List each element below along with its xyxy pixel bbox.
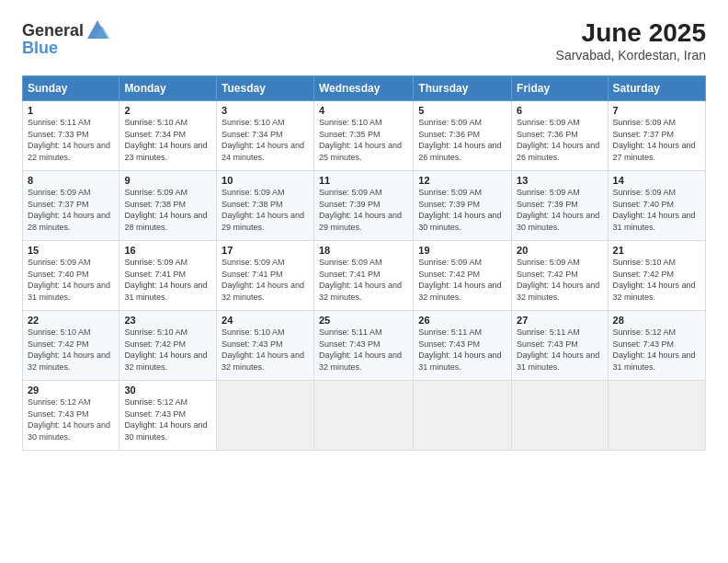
day-number: 10 [222, 175, 309, 186]
day-info: Sunrise: 5:09 AMSunset: 7:38 PMDaylight:… [124, 188, 207, 232]
day-number: 4 [319, 105, 408, 116]
day-number: 1 [28, 105, 114, 116]
day-number: 30 [124, 385, 211, 396]
day-info: Sunrise: 5:09 AMSunset: 7:38 PMDaylight:… [222, 188, 304, 232]
day-info: Sunrise: 5:11 AMSunset: 7:43 PMDaylight:… [517, 327, 599, 372]
day-info: Sunrise: 5:10 AMSunset: 7:42 PMDaylight:… [28, 327, 110, 372]
calendar-cell: 26 Sunrise: 5:11 AMSunset: 7:43 PMDaylig… [414, 311, 512, 381]
day-info: Sunrise: 5:09 AMSunset: 7:40 PMDaylight:… [613, 188, 696, 232]
calendar-cell: 13 Sunrise: 5:09 AMSunset: 7:39 PMDaylig… [512, 171, 608, 241]
calendar-cell: 24 Sunrise: 5:10 AMSunset: 7:43 PMDaylig… [217, 311, 314, 381]
day-number: 17 [222, 245, 309, 256]
day-info: Sunrise: 5:09 AMSunset: 7:40 PMDaylight:… [28, 258, 110, 302]
day-info: Sunrise: 5:09 AMSunset: 7:39 PMDaylight:… [418, 188, 501, 232]
calendar-cell: 4 Sunrise: 5:10 AMSunset: 7:35 PMDayligh… [313, 101, 413, 171]
day-number: 8 [28, 175, 114, 186]
logo-icon [85, 18, 109, 42]
day-number: 13 [517, 175, 602, 186]
calendar-week-2: 8 Sunrise: 5:09 AMSunset: 7:37 PMDayligh… [23, 171, 706, 241]
calendar-cell: 10 Sunrise: 5:09 AMSunset: 7:38 PMDaylig… [217, 171, 314, 241]
calendar-cell: 22 Sunrise: 5:10 AMSunset: 7:42 PMDaylig… [23, 311, 119, 381]
calendar-cell: 16 Sunrise: 5:09 AMSunset: 7:41 PMDaylig… [119, 241, 217, 311]
day-info: Sunrise: 5:11 AMSunset: 7:43 PMDaylight:… [319, 327, 402, 372]
calendar-cell: 18 Sunrise: 5:09 AMSunset: 7:41 PMDaylig… [313, 241, 413, 311]
calendar-week-5: 29 Sunrise: 5:12 AMSunset: 7:43 PMDaylig… [23, 381, 706, 451]
day-header-saturday: Saturday [608, 76, 705, 101]
calendar-cell: 3 Sunrise: 5:10 AMSunset: 7:34 PMDayligh… [217, 101, 314, 171]
day-info: Sunrise: 5:12 AMSunset: 7:43 PMDaylight:… [124, 397, 207, 442]
day-number: 11 [319, 175, 408, 186]
calendar-cell: 29 Sunrise: 5:12 AMSunset: 7:43 PMDaylig… [23, 381, 119, 451]
calendar-cell: 11 Sunrise: 5:09 AMSunset: 7:39 PMDaylig… [313, 171, 413, 241]
day-number: 7 [613, 105, 700, 116]
day-number: 2 [124, 105, 211, 116]
day-header-wednesday: Wednesday [313, 76, 413, 101]
calendar-header-row: SundayMondayTuesdayWednesdayThursdayFrid… [23, 76, 706, 101]
day-number: 15 [28, 245, 114, 256]
day-info: Sunrise: 5:09 AMSunset: 7:36 PMDaylight:… [517, 118, 599, 162]
day-info: Sunrise: 5:09 AMSunset: 7:39 PMDaylight:… [517, 188, 599, 232]
day-number: 5 [418, 105, 506, 116]
day-info: Sunrise: 5:10 AMSunset: 7:42 PMDaylight:… [613, 258, 696, 302]
day-info: Sunrise: 5:09 AMSunset: 7:41 PMDaylight:… [222, 258, 304, 302]
calendar-cell: 25 Sunrise: 5:11 AMSunset: 7:43 PMDaylig… [313, 311, 413, 381]
calendar-cell [414, 381, 512, 451]
day-info: Sunrise: 5:09 AMSunset: 7:36 PMDaylight:… [418, 118, 501, 162]
location-title: Sarvabad, Kordestan, Iran [556, 48, 706, 63]
day-info: Sunrise: 5:11 AMSunset: 7:43 PMDaylight:… [418, 327, 501, 372]
title-section: June 2025 Sarvabad, Kordestan, Iran [556, 18, 706, 63]
calendar-cell: 7 Sunrise: 5:09 AMSunset: 7:37 PMDayligh… [608, 101, 705, 171]
logo-blue: Blue [22, 39, 58, 58]
day-number: 3 [222, 105, 309, 116]
day-number: 14 [613, 175, 700, 186]
calendar: SundayMondayTuesdayWednesdayThursdayFrid… [22, 75, 706, 451]
month-title: June 2025 [556, 18, 706, 48]
logo-general: General [22, 21, 84, 40]
day-info: Sunrise: 5:10 AMSunset: 7:35 PMDaylight:… [319, 118, 402, 162]
calendar-cell: 19 Sunrise: 5:09 AMSunset: 7:42 PMDaylig… [414, 241, 512, 311]
day-number: 12 [418, 175, 506, 186]
calendar-cell: 28 Sunrise: 5:12 AMSunset: 7:43 PMDaylig… [608, 311, 705, 381]
day-info: Sunrise: 5:09 AMSunset: 7:41 PMDaylight:… [124, 258, 207, 302]
calendar-cell: 27 Sunrise: 5:11 AMSunset: 7:43 PMDaylig… [512, 311, 608, 381]
calendar-cell: 8 Sunrise: 5:09 AMSunset: 7:37 PMDayligh… [23, 171, 119, 241]
calendar-cell: 9 Sunrise: 5:09 AMSunset: 7:38 PMDayligh… [119, 171, 217, 241]
day-info: Sunrise: 5:09 AMSunset: 7:42 PMDaylight:… [418, 258, 501, 302]
day-number: 29 [28, 385, 114, 396]
page: General Blue June 2025 Sarvabad, Kordest… [0, 0, 728, 563]
day-header-monday: Monday [119, 76, 217, 101]
day-info: Sunrise: 5:11 AMSunset: 7:33 PMDaylight:… [28, 118, 110, 162]
calendar-cell: 30 Sunrise: 5:12 AMSunset: 7:43 PMDaylig… [119, 381, 217, 451]
calendar-cell: 15 Sunrise: 5:09 AMSunset: 7:40 PMDaylig… [23, 241, 119, 311]
day-info: Sunrise: 5:09 AMSunset: 7:41 PMDaylight:… [319, 258, 402, 302]
calendar-cell: 17 Sunrise: 5:09 AMSunset: 7:41 PMDaylig… [217, 241, 314, 311]
day-number: 27 [517, 315, 602, 326]
day-number: 24 [222, 315, 309, 326]
day-number: 25 [319, 315, 408, 326]
calendar-cell [608, 381, 705, 451]
calendar-cell: 14 Sunrise: 5:09 AMSunset: 7:40 PMDaylig… [608, 171, 705, 241]
calendar-week-3: 15 Sunrise: 5:09 AMSunset: 7:40 PMDaylig… [23, 241, 706, 311]
calendar-cell: 12 Sunrise: 5:09 AMSunset: 7:39 PMDaylig… [414, 171, 512, 241]
calendar-cell: 1 Sunrise: 5:11 AMSunset: 7:33 PMDayligh… [23, 101, 119, 171]
day-number: 21 [613, 245, 700, 256]
day-info: Sunrise: 5:09 AMSunset: 7:37 PMDaylight:… [613, 118, 696, 162]
day-number: 28 [613, 315, 700, 326]
day-number: 16 [124, 245, 211, 256]
calendar-cell: 23 Sunrise: 5:10 AMSunset: 7:42 PMDaylig… [119, 311, 217, 381]
day-number: 22 [28, 315, 114, 326]
calendar-cell: 20 Sunrise: 5:09 AMSunset: 7:42 PMDaylig… [512, 241, 608, 311]
calendar-cell [217, 381, 314, 451]
calendar-cell: 5 Sunrise: 5:09 AMSunset: 7:36 PMDayligh… [414, 101, 512, 171]
calendar-cell [512, 381, 608, 451]
day-header-thursday: Thursday [414, 76, 512, 101]
calendar-cell [313, 381, 413, 451]
day-info: Sunrise: 5:09 AMSunset: 7:37 PMDaylight:… [28, 188, 110, 232]
day-number: 18 [319, 245, 408, 256]
day-info: Sunrise: 5:09 AMSunset: 7:39 PMDaylight:… [319, 188, 402, 232]
day-info: Sunrise: 5:09 AMSunset: 7:42 PMDaylight:… [517, 258, 599, 302]
calendar-week-4: 22 Sunrise: 5:10 AMSunset: 7:42 PMDaylig… [23, 311, 706, 381]
day-info: Sunrise: 5:10 AMSunset: 7:43 PMDaylight:… [222, 327, 304, 372]
calendar-cell: 21 Sunrise: 5:10 AMSunset: 7:42 PMDaylig… [608, 241, 705, 311]
day-header-sunday: Sunday [23, 76, 119, 101]
